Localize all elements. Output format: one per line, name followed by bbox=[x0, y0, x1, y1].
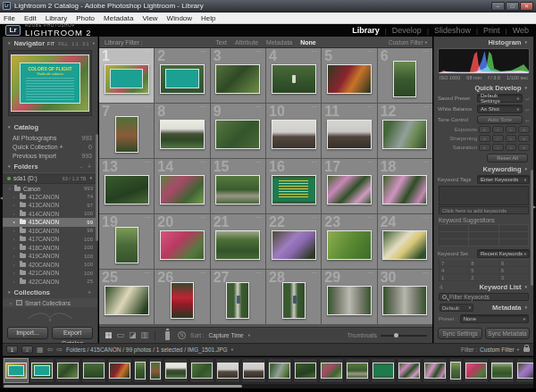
grid-view-icon[interactable]: ▦ bbox=[37, 346, 44, 354]
filter-keywords-input[interactable]: Filter Keywords bbox=[439, 293, 529, 301]
thumbnail-size-slider[interactable] bbox=[381, 335, 427, 337]
photo-badges-icon[interactable]: ⋯ bbox=[311, 104, 318, 111]
back-arrow-icon[interactable]: ⇦ bbox=[47, 346, 54, 354]
grid-cell-6[interactable]: 6⋯ bbox=[378, 48, 432, 103]
stepper-button[interactable]: « bbox=[479, 135, 490, 142]
photo-badges-icon[interactable]: ⋯ bbox=[311, 159, 318, 166]
keyword-set-slot[interactable]: 1 bbox=[440, 274, 469, 281]
stepper-button[interactable]: » bbox=[518, 126, 530, 133]
photo-thumbnail[interactable] bbox=[393, 61, 416, 97]
keyword-set-slot[interactable]: 2 bbox=[469, 274, 498, 281]
grid-cell-2[interactable]: 2⋯ bbox=[155, 48, 209, 103]
photo-badges-icon[interactable]: ⋯ bbox=[144, 48, 151, 55]
photo-badges-icon[interactable]: ⋯ bbox=[144, 104, 151, 111]
filmstrip-thumbnail-10[interactable] bbox=[215, 358, 240, 383]
filmstrip-thumbnail-13[interactable] bbox=[293, 358, 318, 383]
custom-filter-dropdown[interactable]: Custom Filter ▾ bbox=[389, 39, 427, 46]
filmstrip-thumbnail-4[interactable] bbox=[81, 358, 106, 383]
metadata-panel-header[interactable]: Default ▾ Metadata ▼ bbox=[434, 302, 533, 313]
grid-cell-28[interactable]: 28⋯ bbox=[266, 270, 321, 324]
photo-badges-icon[interactable]: ⋯ bbox=[423, 48, 430, 55]
photo-badges-icon[interactable]: ⋯ bbox=[367, 214, 374, 221]
zoom-option-fill[interactable]: FILL bbox=[58, 41, 68, 46]
grid-cell-24[interactable]: 24⋯ bbox=[378, 214, 432, 269]
grid-cell-7[interactable]: 7⋯ bbox=[99, 104, 154, 158]
photo-badges-icon[interactable]: ⋯ bbox=[255, 48, 263, 55]
close-button[interactable]: ✕ bbox=[520, 2, 533, 11]
keyword-suggestion-slot[interactable] bbox=[499, 239, 529, 246]
filmstrip-thumbnail-14[interactable] bbox=[319, 358, 344, 383]
photo-badges-icon[interactable]: ⋯ bbox=[255, 214, 263, 221]
sync-settings-button[interactable]: Sync Settings bbox=[438, 328, 482, 339]
filter-option-metadata[interactable]: Metadata bbox=[266, 39, 292, 46]
disclosure-triangle-icon[interactable]: ▸ bbox=[13, 254, 17, 258]
filmstrip-thumbnail-8[interactable] bbox=[163, 358, 188, 383]
filmstrip-thumbnail-17[interactable] bbox=[397, 358, 422, 383]
folder-row-422canon[interactable]: ▸422CANON25 bbox=[3, 278, 97, 287]
grid-cell-8[interactable]: 8⋯ bbox=[155, 104, 209, 158]
photo-thumbnail[interactable] bbox=[272, 64, 316, 94]
folder-row-414canon[interactable]: ▸414CANON100 bbox=[3, 210, 97, 219]
painter-spray-can-icon[interactable] bbox=[165, 331, 170, 340]
preset-dropdown[interactable]: None ▾ bbox=[460, 314, 529, 323]
filmstrip-filter-value[interactable]: Custom Filter bbox=[480, 346, 515, 353]
stepper-button[interactable]: » bbox=[518, 135, 530, 142]
zoom-option-1-1[interactable]: 1:1 bbox=[71, 41, 79, 46]
sort-direction-button[interactable]: ⇅ bbox=[178, 331, 186, 339]
grid-cell-12[interactable]: 12⋯ bbox=[378, 104, 432, 158]
photo-badges-icon[interactable]: ⋯ bbox=[144, 159, 151, 166]
menu-photo[interactable]: Photo bbox=[76, 14, 95, 22]
disclosure-triangle-icon[interactable]: ▼ bbox=[8, 187, 12, 191]
filmstrip-thumbnail-11[interactable] bbox=[241, 358, 266, 383]
keyword-set-slot[interactable]: 7 bbox=[440, 260, 469, 267]
photo-thumbnail[interactable] bbox=[282, 282, 306, 319]
photo-badges-icon[interactable]: ⋯ bbox=[255, 104, 263, 111]
photo-badges-icon[interactable]: ⋯ bbox=[423, 214, 430, 221]
photo-thumbnail[interactable] bbox=[272, 175, 316, 204]
smart-collections-row[interactable]: ▶ Smart Collections bbox=[3, 298, 97, 307]
photo-thumbnail[interactable] bbox=[215, 230, 260, 260]
quick-develop-panel-header[interactable]: Quick Develop ▼ bbox=[434, 82, 533, 93]
menu-help[interactable]: Help bbox=[201, 14, 215, 22]
folders-add-remove-icons[interactable]: - + bbox=[80, 163, 93, 170]
keyword-suggestion-slot[interactable] bbox=[499, 232, 529, 239]
keyword-suggestion-slot[interactable] bbox=[469, 225, 498, 232]
photo-thumbnail[interactable] bbox=[327, 120, 372, 149]
module-library[interactable]: Library bbox=[352, 26, 380, 35]
grid-cell-23[interactable]: 23⋯ bbox=[322, 214, 376, 269]
keywording-panel-header[interactable]: Keywording ▼ bbox=[434, 163, 533, 174]
filmstrip-thumbnail-15[interactable] bbox=[345, 358, 370, 383]
grid-cell-9[interactable]: 9⋯ bbox=[211, 104, 265, 158]
grid-cell-5[interactable]: 5⋯ bbox=[322, 48, 376, 103]
disclosure-triangle-icon[interactable]: ▸ bbox=[13, 220, 17, 224]
collections-panel-header[interactable]: ▼ Collections + bbox=[3, 286, 97, 298]
disclosure-triangle-icon[interactable]: ▸ bbox=[13, 246, 17, 250]
grid-cell-18[interactable]: 18⋯ bbox=[378, 159, 432, 213]
import-button[interactable]: Import... bbox=[7, 327, 48, 339]
compare-view-button[interactable]: ◪ bbox=[129, 331, 137, 339]
filmstrip-thumbnail-6[interactable] bbox=[133, 358, 147, 383]
reset-arrow-icon[interactable]: ↩ bbox=[525, 96, 530, 102]
disclosure-triangle-icon[interactable]: ▸ bbox=[13, 195, 17, 199]
photo-badges-icon[interactable]: ⋯ bbox=[311, 270, 318, 277]
folder-row-415canon[interactable]: ▸415CANON99 bbox=[3, 218, 97, 227]
folder-row-416canon[interactable]: ▸416CANON98 bbox=[3, 227, 97, 236]
photo-thumbnail[interactable] bbox=[382, 120, 427, 149]
survey-view-button[interactable]: ▥ bbox=[141, 331, 149, 339]
photo-thumbnail[interactable] bbox=[327, 64, 372, 94]
catalog-row-previous-import[interactable]: Previous Import993 bbox=[3, 151, 97, 160]
folder-row-419canon[interactable]: ▸419CANON100 bbox=[3, 252, 97, 261]
zoom-option-fit[interactable]: FIT bbox=[47, 41, 54, 46]
folder-row-421canon[interactable]: ▸421CANON100 bbox=[3, 269, 97, 278]
photo-thumbnail[interactable] bbox=[115, 227, 138, 263]
grid-cell-1[interactable]: 1⋯ bbox=[99, 48, 154, 103]
photo-thumbnail[interactable] bbox=[382, 175, 427, 204]
right-panel-scrollbar[interactable] bbox=[531, 170, 533, 286]
module-slideshow[interactable]: Slideshow bbox=[434, 26, 471, 35]
minimize-button[interactable]: – bbox=[491, 2, 505, 11]
filmstrip-thumbnail-16[interactable] bbox=[371, 358, 396, 383]
filmstrip-thumbnail-3[interactable] bbox=[55, 358, 80, 383]
photo-badges-icon[interactable]: ⋯ bbox=[200, 214, 207, 221]
keyword-suggestion-slot[interactable] bbox=[440, 232, 469, 239]
menu-file[interactable]: File bbox=[4, 14, 15, 22]
